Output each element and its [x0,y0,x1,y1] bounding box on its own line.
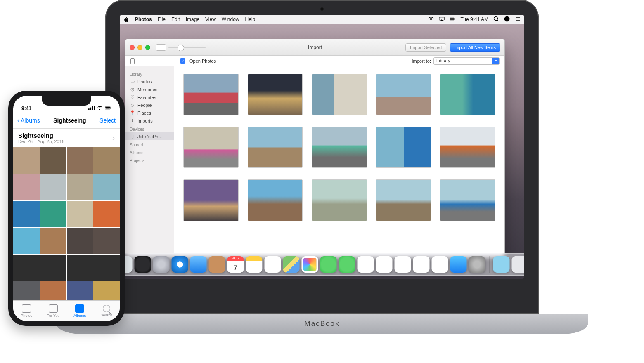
dock-app-maps[interactable] [283,256,300,273]
photo-thumbnail[interactable] [13,201,40,227]
photo-thumbnail[interactable] [93,255,120,281]
toggle-sidebar-button[interactable] [156,44,166,51]
photo-thumbnail[interactable] [40,174,66,200]
dock-app-itunes[interactable] [432,256,448,273]
import-thumbnail[interactable] [248,179,303,221]
dock-app-safari[interactable] [172,256,188,273]
sidebar-item-photos[interactable]: ▭Photos [125,78,174,85]
photo-thumbnail[interactable] [93,147,120,174]
dock-app-siri[interactable] [135,256,151,273]
dock-app-reminders[interactable] [265,256,281,273]
zoom-button[interactable] [145,45,150,50]
photo-thumbnail[interactable] [13,255,40,281]
dock-trash[interactable] [512,256,524,273]
import-thumbnail[interactable] [376,127,431,168]
dock-app-systemprefs[interactable] [469,256,485,273]
photo-thumbnail[interactable] [67,228,93,254]
menubar-clock[interactable]: Tue 9:41 AM [460,16,488,22]
dock-app-notes[interactable] [246,256,263,273]
spotlight-icon[interactable] [493,16,499,23]
menu-window[interactable]: Window [222,16,239,22]
dock-app-mail[interactable] [190,256,207,273]
import-thumbnail[interactable] [440,127,495,168]
photo-thumbnail[interactable] [67,147,93,174]
sidebar-item-memories[interactable]: ◷Memories [125,85,174,93]
sidebar-item-favorites[interactable]: ♡Favorites [125,93,174,101]
select-button[interactable]: Select [99,117,116,124]
photo-thumbnail[interactable] [13,228,40,254]
open-photos-checkbox[interactable]: ✓ [180,58,185,64]
menu-view[interactable]: View [205,16,216,22]
import-thumbnail[interactable] [183,127,239,168]
minimize-button[interactable] [137,45,142,50]
close-button[interactable] [130,45,135,50]
photo-thumbnail[interactable] [40,255,66,281]
apple-icon[interactable] [123,16,129,22]
photo-thumbnail[interactable] [67,174,93,200]
menubar-app-name[interactable]: Photos [135,16,152,22]
tab-photos[interactable]: Photos [13,301,40,321]
menu-edit[interactable]: Edit [171,16,180,22]
dock-app-contacts[interactable] [209,256,225,273]
battery-icon[interactable] [450,16,455,23]
dock-app-photos[interactable] [302,256,318,273]
menu-help[interactable]: Help [245,16,256,22]
import-thumbnail-area[interactable] [174,66,504,257]
import-selected-button[interactable]: Import Selected [405,43,446,52]
album-header[interactable]: Sightseeing Dec 26 – Aug 25, 2016 › [13,129,120,147]
sidebar-item-imports[interactable]: ⤓Imports [125,117,174,125]
tab-albums[interactable]: Albums [66,301,93,321]
dock-app-news[interactable] [413,256,430,273]
import-thumbnail[interactable] [248,74,303,115]
import-thumbnail[interactable] [312,127,367,168]
dock-app-numbers[interactable] [358,256,374,273]
import-thumbnail[interactable] [248,127,303,168]
import-thumbnail[interactable] [312,179,367,221]
sidebar-item-people[interactable]: ☺People [125,101,174,109]
import-thumbnail[interactable] [183,74,239,115]
dock-app-calendar[interactable]: AUG 7 [227,256,244,273]
dock-app-keynote[interactable] [376,256,393,273]
airplay-icon[interactable] [439,16,445,23]
menu-file[interactable]: File [158,16,166,22]
photo-thumbnail[interactable] [93,228,120,254]
import-to-select[interactable]: Library [433,57,500,65]
sidebar-item-places[interactable]: 📍Places [125,109,174,117]
photo-thumbnail[interactable] [40,201,66,227]
dock-app-facetime[interactable] [339,256,355,273]
photo-thumbnail[interactable] [93,201,120,227]
photo-thumbnail[interactable] [67,281,93,300]
photo-thumbnail[interactable] [67,201,93,227]
dock-app-appstore[interactable] [450,256,467,273]
tab-search[interactable]: Search [93,301,120,321]
import-thumbnail[interactable] [312,74,367,115]
notification-center-icon[interactable] [515,16,521,23]
photo-thumbnail[interactable] [40,228,66,254]
photo-thumbnail[interactable] [93,281,120,300]
back-button[interactable]: ‹ Albums [17,116,40,125]
thumbnail-zoom-slider[interactable] [168,47,206,48]
photo-thumbnail[interactable] [67,255,93,281]
photo-thumbnail[interactable] [40,281,66,300]
wifi-icon[interactable] [428,16,434,23]
import-thumbnail[interactable] [376,74,431,115]
dock-app-pages[interactable] [395,256,411,273]
import-thumbnail[interactable] [440,179,495,221]
tab-foryou[interactable]: For You [40,301,67,321]
photo-thumbnail[interactable] [13,147,40,174]
import-thumbnail[interactable] [376,179,431,221]
album-photo-grid[interactable] [13,147,120,300]
photo-thumbnail[interactable] [13,174,40,200]
photo-thumbnail[interactable] [40,147,66,174]
import-thumbnail[interactable] [183,179,239,221]
photo-thumbnail[interactable] [13,281,40,300]
photo-thumbnail[interactable] [93,174,120,200]
siri-icon[interactable] [504,16,510,23]
import-all-new-button[interactable]: Import All New Items [450,43,500,52]
dock-app-launchpad[interactable] [153,256,170,273]
menu-image[interactable]: Image [186,16,199,22]
window-titlebar[interactable]: Import Import Selected Import All New It… [125,39,504,56]
sidebar-item-device-iphone[interactable]: ▯John's iPh… [125,132,174,140]
dock-app-messages[interactable] [320,256,337,273]
dock-stack-downloads[interactable] [493,256,510,273]
